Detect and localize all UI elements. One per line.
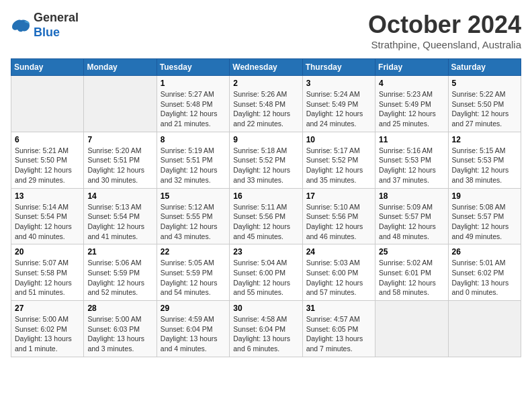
day-number: 26 <box>452 247 517 257</box>
calendar-cell <box>448 301 521 357</box>
day-info: Sunrise: 5:08 AM Sunset: 5:57 PM Dayligh… <box>452 202 517 242</box>
weekday-header: Tuesday <box>157 59 229 76</box>
day-info: Sunrise: 4:57 AM Sunset: 6:05 PM Dayligh… <box>306 314 371 354</box>
day-info: Sunrise: 5:10 AM Sunset: 5:56 PM Dayligh… <box>306 202 371 242</box>
calendar-cell: 25Sunrise: 5:02 AM Sunset: 6:01 PM Dayli… <box>375 244 448 301</box>
day-info: Sunrise: 5:19 AM Sunset: 5:51 PM Dayligh… <box>161 146 226 185</box>
calendar-cell: 11Sunrise: 5:16 AM Sunset: 5:53 PM Dayli… <box>375 132 448 188</box>
calendar-cell: 15Sunrise: 5:12 AM Sunset: 5:55 PM Dayli… <box>157 188 229 244</box>
day-info: Sunrise: 5:23 AM Sunset: 5:49 PM Dayligh… <box>379 89 444 129</box>
logo-general: General <box>34 11 79 24</box>
calendar-cell: 17Sunrise: 5:10 AM Sunset: 5:56 PM Dayli… <box>302 188 375 244</box>
calendar-cell: 7Sunrise: 5:20 AM Sunset: 5:51 PM Daylig… <box>84 132 157 188</box>
calendar-cell <box>375 301 448 357</box>
day-number: 15 <box>161 191 226 201</box>
calendar-cell: 5Sunrise: 5:22 AM Sunset: 5:50 PM Daylig… <box>448 76 521 132</box>
calendar-cell: 16Sunrise: 5:11 AM Sunset: 5:56 PM Dayli… <box>230 188 302 244</box>
day-number: 6 <box>15 135 80 144</box>
calendar-cell: 6Sunrise: 5:21 AM Sunset: 5:50 PM Daylig… <box>11 132 84 188</box>
day-info: Sunrise: 5:03 AM Sunset: 6:00 PM Dayligh… <box>306 258 371 298</box>
day-number: 3 <box>306 79 371 88</box>
day-info: Sunrise: 5:12 AM Sunset: 5:55 PM Dayligh… <box>161 202 226 242</box>
calendar-cell: 31Sunrise: 4:57 AM Sunset: 6:05 PM Dayli… <box>302 301 375 357</box>
logo-icon <box>11 17 31 34</box>
day-info: Sunrise: 5:07 AM Sunset: 5:58 PM Dayligh… <box>15 258 80 298</box>
weekday-header: Friday <box>375 59 448 76</box>
calendar-cell: 18Sunrise: 5:09 AM Sunset: 5:57 PM Dayli… <box>375 188 448 244</box>
day-number: 1 <box>161 79 226 88</box>
weekday-header: Sunday <box>11 59 84 76</box>
day-number: 7 <box>87 135 152 144</box>
day-number: 19 <box>452 191 517 201</box>
logo: General Blue <box>11 11 79 40</box>
page-header: General Blue October 2024 Strathpine, Qu… <box>11 11 521 50</box>
day-number: 8 <box>161 135 226 144</box>
day-info: Sunrise: 5:16 AM Sunset: 5:53 PM Dayligh… <box>379 146 444 185</box>
calendar-cell: 8Sunrise: 5:19 AM Sunset: 5:51 PM Daylig… <box>157 132 229 188</box>
title-block: October 2024 Strathpine, Queensland, Aus… <box>368 11 521 50</box>
day-number: 20 <box>15 247 80 257</box>
calendar-header-row: SundayMondayTuesdayWednesdayThursdayFrid… <box>11 59 521 76</box>
day-number: 25 <box>379 247 444 257</box>
calendar-cell <box>84 76 157 132</box>
logo-text: General Blue <box>34 11 79 40</box>
calendar-cell: 2Sunrise: 5:26 AM Sunset: 5:48 PM Daylig… <box>230 76 302 132</box>
calendar-cell: 12Sunrise: 5:15 AM Sunset: 5:53 PM Dayli… <box>448 132 521 188</box>
day-info: Sunrise: 5:00 AM Sunset: 6:02 PM Dayligh… <box>15 314 80 354</box>
calendar-cell: 23Sunrise: 5:04 AM Sunset: 6:00 PM Dayli… <box>230 244 302 301</box>
day-number: 16 <box>233 191 298 201</box>
calendar-cell <box>11 76 84 132</box>
day-number: 24 <box>306 247 371 257</box>
day-number: 29 <box>161 304 226 313</box>
day-number: 30 <box>233 304 298 313</box>
weekday-header: Wednesday <box>230 59 302 76</box>
day-number: 14 <box>87 191 152 201</box>
day-info: Sunrise: 5:18 AM Sunset: 5:52 PM Dayligh… <box>233 146 298 185</box>
calendar-cell: 21Sunrise: 5:06 AM Sunset: 5:59 PM Dayli… <box>84 244 157 301</box>
day-number: 13 <box>15 191 80 201</box>
calendar-week-row: 1Sunrise: 5:27 AM Sunset: 5:48 PM Daylig… <box>11 76 521 132</box>
calendar-cell: 10Sunrise: 5:17 AM Sunset: 5:52 PM Dayli… <box>302 132 375 188</box>
day-info: Sunrise: 5:14 AM Sunset: 5:54 PM Dayligh… <box>15 202 80 242</box>
calendar-cell: 29Sunrise: 4:59 AM Sunset: 6:04 PM Dayli… <box>157 301 229 357</box>
day-info: Sunrise: 5:01 AM Sunset: 6:02 PM Dayligh… <box>452 258 517 298</box>
day-info: Sunrise: 5:00 AM Sunset: 6:03 PM Dayligh… <box>87 314 152 354</box>
day-info: Sunrise: 5:15 AM Sunset: 5:53 PM Dayligh… <box>452 146 517 185</box>
day-info: Sunrise: 5:06 AM Sunset: 5:59 PM Dayligh… <box>87 258 152 298</box>
day-info: Sunrise: 4:59 AM Sunset: 6:04 PM Dayligh… <box>161 314 226 354</box>
day-info: Sunrise: 4:58 AM Sunset: 6:04 PM Dayligh… <box>233 314 298 354</box>
day-number: 9 <box>233 135 298 144</box>
day-info: Sunrise: 5:24 AM Sunset: 5:49 PM Dayligh… <box>306 89 371 129</box>
calendar-week-row: 27Sunrise: 5:00 AM Sunset: 6:02 PM Dayli… <box>11 301 521 357</box>
calendar-cell: 19Sunrise: 5:08 AM Sunset: 5:57 PM Dayli… <box>448 188 521 244</box>
day-info: Sunrise: 5:05 AM Sunset: 5:59 PM Dayligh… <box>161 258 226 298</box>
calendar-week-row: 6Sunrise: 5:21 AM Sunset: 5:50 PM Daylig… <box>11 132 521 188</box>
logo-blue: Blue <box>34 26 60 39</box>
calendar-cell: 22Sunrise: 5:05 AM Sunset: 5:59 PM Dayli… <box>157 244 229 301</box>
day-number: 18 <box>379 191 444 201</box>
day-number: 11 <box>379 135 444 144</box>
day-number: 17 <box>306 191 371 201</box>
calendar-cell: 24Sunrise: 5:03 AM Sunset: 6:00 PM Dayli… <box>302 244 375 301</box>
day-info: Sunrise: 5:26 AM Sunset: 5:48 PM Dayligh… <box>233 89 298 129</box>
calendar-week-row: 13Sunrise: 5:14 AM Sunset: 5:54 PM Dayli… <box>11 188 521 244</box>
calendar-cell: 13Sunrise: 5:14 AM Sunset: 5:54 PM Dayli… <box>11 188 84 244</box>
day-info: Sunrise: 5:22 AM Sunset: 5:50 PM Dayligh… <box>452 89 517 129</box>
calendar-cell: 3Sunrise: 5:24 AM Sunset: 5:49 PM Daylig… <box>302 76 375 132</box>
day-number: 28 <box>87 304 152 313</box>
calendar-cell: 9Sunrise: 5:18 AM Sunset: 5:52 PM Daylig… <box>230 132 302 188</box>
day-number: 12 <box>452 135 517 144</box>
day-number: 10 <box>306 135 371 144</box>
day-info: Sunrise: 5:04 AM Sunset: 6:00 PM Dayligh… <box>233 258 298 298</box>
calendar-cell: 30Sunrise: 4:58 AM Sunset: 6:04 PM Dayli… <box>230 301 302 357</box>
day-number: 22 <box>161 247 226 257</box>
calendar-cell: 4Sunrise: 5:23 AM Sunset: 5:49 PM Daylig… <box>375 76 448 132</box>
calendar-cell: 28Sunrise: 5:00 AM Sunset: 6:03 PM Dayli… <box>84 301 157 357</box>
day-info: Sunrise: 5:09 AM Sunset: 5:57 PM Dayligh… <box>379 202 444 242</box>
calendar-cell: 27Sunrise: 5:00 AM Sunset: 6:02 PM Dayli… <box>11 301 84 357</box>
weekday-header: Saturday <box>448 59 521 76</box>
day-info: Sunrise: 5:13 AM Sunset: 5:54 PM Dayligh… <box>87 202 152 242</box>
day-info: Sunrise: 5:11 AM Sunset: 5:56 PM Dayligh… <box>233 202 298 242</box>
day-info: Sunrise: 5:02 AM Sunset: 6:01 PM Dayligh… <box>379 258 444 298</box>
weekday-header: Monday <box>84 59 157 76</box>
